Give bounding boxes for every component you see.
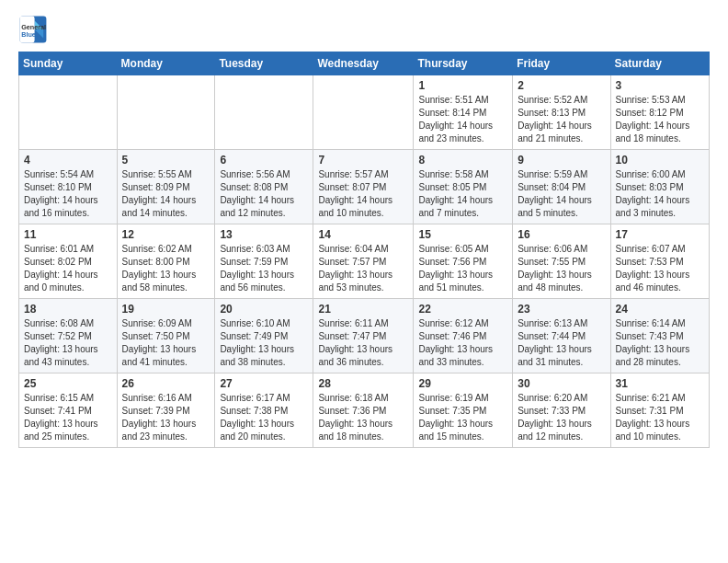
day-number: 3 bbox=[616, 79, 704, 92]
day-cell: 6Sunrise: 5:56 AM Sunset: 8:08 PM Daylig… bbox=[215, 150, 313, 224]
day-cell: 26Sunrise: 6:16 AM Sunset: 7:39 PM Dayli… bbox=[117, 373, 215, 448]
day-cell bbox=[215, 75, 313, 150]
day-info: Sunrise: 6:18 AM Sunset: 7:36 PM Dayligh… bbox=[318, 392, 408, 443]
day-number: 14 bbox=[318, 228, 408, 241]
day-number: 23 bbox=[518, 303, 605, 316]
weekday-header-sunday: Sunday bbox=[19, 52, 118, 75]
day-cell: 28Sunrise: 6:18 AM Sunset: 7:36 PM Dayli… bbox=[313, 373, 414, 448]
day-info: Sunrise: 6:01 AM Sunset: 8:02 PM Dayligh… bbox=[24, 243, 112, 294]
day-info: Sunrise: 6:13 AM Sunset: 7:44 PM Dayligh… bbox=[518, 317, 605, 369]
day-info: Sunrise: 5:57 AM Sunset: 8:07 PM Dayligh… bbox=[318, 168, 408, 220]
day-number: 21 bbox=[318, 303, 408, 316]
day-info: Sunrise: 6:10 AM Sunset: 7:49 PM Dayligh… bbox=[220, 317, 308, 369]
header: General Blue bbox=[18, 15, 710, 44]
day-number: 31 bbox=[616, 377, 704, 390]
day-cell: 5Sunrise: 5:55 AM Sunset: 8:09 PM Daylig… bbox=[117, 150, 215, 224]
day-cell: 12Sunrise: 6:02 AM Sunset: 8:00 PM Dayli… bbox=[117, 224, 215, 299]
day-info: Sunrise: 5:52 AM Sunset: 8:13 PM Dayligh… bbox=[518, 94, 605, 145]
day-number: 19 bbox=[122, 303, 210, 316]
weekday-header-saturday: Saturday bbox=[610, 52, 709, 75]
day-number: 16 bbox=[518, 228, 605, 241]
day-info: Sunrise: 6:07 AM Sunset: 7:53 PM Dayligh… bbox=[616, 243, 704, 294]
day-info: Sunrise: 5:54 AM Sunset: 8:10 PM Dayligh… bbox=[24, 168, 112, 220]
day-info: Sunrise: 5:58 AM Sunset: 8:05 PM Dayligh… bbox=[418, 168, 507, 220]
day-info: Sunrise: 6:16 AM Sunset: 7:39 PM Dayligh… bbox=[122, 392, 210, 443]
day-cell: 10Sunrise: 6:00 AM Sunset: 8:03 PM Dayli… bbox=[610, 150, 709, 224]
weekday-header-monday: Monday bbox=[117, 52, 215, 75]
day-number: 2 bbox=[518, 79, 605, 92]
day-cell: 9Sunrise: 5:59 AM Sunset: 8:04 PM Daylig… bbox=[513, 150, 610, 224]
day-info: Sunrise: 6:09 AM Sunset: 7:50 PM Dayligh… bbox=[122, 317, 210, 369]
day-cell: 18Sunrise: 6:08 AM Sunset: 7:52 PM Dayli… bbox=[19, 299, 118, 373]
day-info: Sunrise: 6:20 AM Sunset: 7:33 PM Dayligh… bbox=[518, 392, 605, 443]
day-cell: 13Sunrise: 6:03 AM Sunset: 7:59 PM Dayli… bbox=[215, 224, 313, 299]
day-cell: 19Sunrise: 6:09 AM Sunset: 7:50 PM Dayli… bbox=[117, 299, 215, 373]
weekday-header-tuesday: Tuesday bbox=[215, 52, 313, 75]
day-cell: 11Sunrise: 6:01 AM Sunset: 8:02 PM Dayli… bbox=[19, 224, 118, 299]
day-cell: 17Sunrise: 6:07 AM Sunset: 7:53 PM Dayli… bbox=[610, 224, 709, 299]
day-cell: 31Sunrise: 6:21 AM Sunset: 7:31 PM Dayli… bbox=[610, 373, 709, 448]
day-cell: 23Sunrise: 6:13 AM Sunset: 7:44 PM Dayli… bbox=[513, 299, 610, 373]
day-cell: 25Sunrise: 6:15 AM Sunset: 7:41 PM Dayli… bbox=[19, 373, 118, 448]
page: General Blue SundayMondayTuesdayWednesda… bbox=[0, 0, 728, 457]
day-info: Sunrise: 5:55 AM Sunset: 8:09 PM Dayligh… bbox=[122, 168, 210, 220]
day-number: 9 bbox=[518, 154, 605, 167]
day-info: Sunrise: 6:12 AM Sunset: 7:46 PM Dayligh… bbox=[418, 317, 507, 369]
day-cell: 15Sunrise: 6:05 AM Sunset: 7:56 PM Dayli… bbox=[414, 224, 513, 299]
day-info: Sunrise: 6:04 AM Sunset: 7:57 PM Dayligh… bbox=[318, 243, 408, 294]
day-number: 12 bbox=[122, 228, 210, 241]
day-info: Sunrise: 6:11 AM Sunset: 7:47 PM Dayligh… bbox=[318, 317, 408, 369]
weekday-header-thursday: Thursday bbox=[414, 52, 513, 75]
day-cell: 27Sunrise: 6:17 AM Sunset: 7:38 PM Dayli… bbox=[215, 373, 313, 448]
week-row-4: 18Sunrise: 6:08 AM Sunset: 7:52 PM Dayli… bbox=[19, 299, 710, 373]
day-number: 22 bbox=[418, 303, 507, 316]
week-row-1: 1Sunrise: 5:51 AM Sunset: 8:14 PM Daylig… bbox=[19, 75, 710, 150]
day-number: 18 bbox=[24, 303, 112, 316]
day-number: 5 bbox=[122, 154, 210, 167]
day-info: Sunrise: 5:51 AM Sunset: 8:14 PM Dayligh… bbox=[418, 94, 507, 145]
day-number: 6 bbox=[220, 154, 308, 167]
day-number: 24 bbox=[616, 303, 704, 316]
week-row-3: 11Sunrise: 6:01 AM Sunset: 8:02 PM Dayli… bbox=[19, 224, 710, 299]
day-info: Sunrise: 6:08 AM Sunset: 7:52 PM Dayligh… bbox=[24, 317, 112, 369]
day-cell: 16Sunrise: 6:06 AM Sunset: 7:55 PM Dayli… bbox=[513, 224, 610, 299]
day-cell: 7Sunrise: 5:57 AM Sunset: 8:07 PM Daylig… bbox=[313, 150, 414, 224]
day-number: 7 bbox=[318, 154, 408, 167]
day-cell: 14Sunrise: 6:04 AM Sunset: 7:57 PM Dayli… bbox=[313, 224, 414, 299]
day-number: 4 bbox=[24, 154, 112, 167]
week-row-2: 4Sunrise: 5:54 AM Sunset: 8:10 PM Daylig… bbox=[19, 150, 710, 224]
day-number: 29 bbox=[418, 377, 507, 390]
day-info: Sunrise: 6:19 AM Sunset: 7:35 PM Dayligh… bbox=[418, 392, 507, 443]
day-cell: 2Sunrise: 5:52 AM Sunset: 8:13 PM Daylig… bbox=[513, 75, 610, 150]
svg-text:Blue: Blue bbox=[21, 30, 36, 39]
day-number: 26 bbox=[122, 377, 210, 390]
day-info: Sunrise: 6:15 AM Sunset: 7:41 PM Dayligh… bbox=[24, 392, 112, 443]
day-info: Sunrise: 6:05 AM Sunset: 7:56 PM Dayligh… bbox=[418, 243, 507, 294]
week-row-5: 25Sunrise: 6:15 AM Sunset: 7:41 PM Dayli… bbox=[19, 373, 710, 448]
calendar-table: SundayMondayTuesdayWednesdayThursdayFrid… bbox=[18, 52, 710, 448]
weekday-header-wednesday: Wednesday bbox=[313, 52, 414, 75]
day-info: Sunrise: 6:00 AM Sunset: 8:03 PM Dayligh… bbox=[616, 168, 704, 220]
day-cell: 3Sunrise: 5:53 AM Sunset: 8:12 PM Daylig… bbox=[610, 75, 709, 150]
day-info: Sunrise: 5:56 AM Sunset: 8:08 PM Dayligh… bbox=[220, 168, 308, 220]
day-number: 30 bbox=[518, 377, 605, 390]
day-number: 15 bbox=[418, 228, 507, 241]
day-info: Sunrise: 6:17 AM Sunset: 7:38 PM Dayligh… bbox=[220, 392, 308, 443]
day-cell: 29Sunrise: 6:19 AM Sunset: 7:35 PM Dayli… bbox=[414, 373, 513, 448]
calendar-body: 1Sunrise: 5:51 AM Sunset: 8:14 PM Daylig… bbox=[19, 75, 710, 448]
day-info: Sunrise: 6:02 AM Sunset: 8:00 PM Dayligh… bbox=[122, 243, 210, 294]
day-number: 13 bbox=[220, 228, 308, 241]
day-cell bbox=[313, 75, 414, 150]
day-info: Sunrise: 5:59 AM Sunset: 8:04 PM Dayligh… bbox=[518, 168, 605, 220]
day-cell: 1Sunrise: 5:51 AM Sunset: 8:14 PM Daylig… bbox=[414, 75, 513, 150]
day-cell: 4Sunrise: 5:54 AM Sunset: 8:10 PM Daylig… bbox=[19, 150, 118, 224]
day-number: 17 bbox=[616, 228, 704, 241]
day-number: 10 bbox=[616, 154, 704, 167]
day-info: Sunrise: 5:53 AM Sunset: 8:12 PM Dayligh… bbox=[616, 94, 704, 145]
day-cell: 20Sunrise: 6:10 AM Sunset: 7:49 PM Dayli… bbox=[215, 299, 313, 373]
weekday-header-friday: Friday bbox=[513, 52, 610, 75]
day-cell: 30Sunrise: 6:20 AM Sunset: 7:33 PM Dayli… bbox=[513, 373, 610, 448]
day-number: 27 bbox=[220, 377, 308, 390]
day-cell: 21Sunrise: 6:11 AM Sunset: 7:47 PM Dayli… bbox=[313, 299, 414, 373]
day-cell: 22Sunrise: 6:12 AM Sunset: 7:46 PM Dayli… bbox=[414, 299, 513, 373]
